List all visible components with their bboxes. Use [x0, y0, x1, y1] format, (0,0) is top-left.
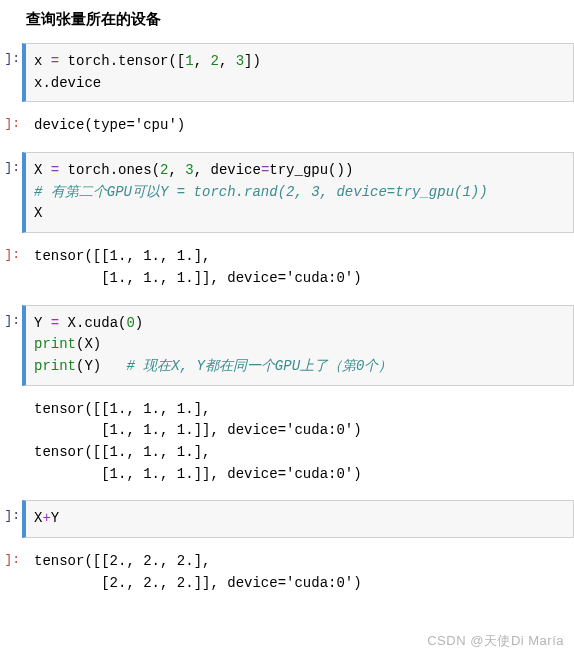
code-token: try_gpu()): [269, 162, 353, 178]
in-prompt: ]:: [0, 305, 22, 386]
code-token: , device: [194, 162, 261, 178]
code-token: 1: [185, 53, 193, 69]
input-cell-4: ]: X+Y: [0, 500, 574, 538]
code-token: print: [34, 336, 76, 352]
code-token: X: [34, 205, 42, 221]
code-token: X: [34, 162, 51, 178]
code-token: X.: [59, 315, 84, 331]
in-prompt: ]:: [0, 43, 22, 102]
code-input: X = torch.ones(2, 3, device=try_gpu()) #…: [22, 152, 574, 233]
code-comment: # 现在X, Y都在同一个GPU上了（第0个）: [126, 358, 392, 374]
code-token: x: [34, 53, 51, 69]
output-line: tensor([[2., 2., 2.],: [34, 553, 210, 569]
out-prompt: ]:: [0, 108, 22, 146]
output-line: tensor([[1., 1., 1.],: [34, 444, 210, 460]
in-prompt: ]:: [0, 500, 22, 538]
code-token: torch.: [59, 162, 118, 178]
code-token: ): [135, 315, 143, 331]
code-token: 0: [126, 315, 134, 331]
out-prompt: ]:: [0, 544, 22, 603]
code-token: 3: [185, 162, 193, 178]
code-token: tensor([: [118, 53, 185, 69]
in-prompt: ]:: [0, 152, 22, 233]
output-line: [1., 1., 1.]], device='cuda:0'): [34, 466, 362, 482]
out-prompt: ]:: [0, 239, 22, 298]
output-line: [2., 2., 2.]], device='cuda:0'): [34, 575, 362, 591]
code-input: x = torch.tensor([1, 2, 3]) x.device: [22, 43, 574, 102]
output-cell-1: ]: device(type='cpu'): [0, 108, 574, 146]
code-token: ones(: [118, 162, 160, 178]
code-token: (X): [76, 336, 101, 352]
input-cell-2: ]: X = torch.ones(2, 3, device=try_gpu()…: [0, 152, 574, 233]
output-line: tensor([[1., 1., 1.],: [34, 401, 210, 417]
code-token: cuda(: [84, 315, 126, 331]
code-token: ]): [244, 53, 261, 69]
output-cell-2: ]: tensor([[1., 1., 1.], [1., 1., 1.]], …: [0, 239, 574, 298]
code-token: Y: [51, 510, 59, 526]
code-token: =: [51, 53, 59, 69]
code-token: torch.: [59, 53, 118, 69]
code-token: ,: [168, 162, 185, 178]
out-prompt-blank: [0, 392, 22, 495]
code-token: 2: [210, 53, 218, 69]
output-cell-4: ]: tensor([[2., 2., 2.], [2., 2., 2.]], …: [0, 544, 574, 603]
input-cell-3: ]: Y = X.cuda(0) print(X) print(Y) # 现在X…: [0, 305, 574, 386]
code-token: 3: [236, 53, 244, 69]
watermark: CSDN @天使Di María: [427, 632, 564, 650]
code-token: x.device: [34, 75, 101, 91]
output-line: tensor([[1., 1., 1.],: [34, 248, 210, 264]
code-token: =: [51, 315, 59, 331]
code-output: device(type='cpu'): [26, 108, 574, 146]
output-line: [1., 1., 1.]], device='cuda:0'): [34, 270, 362, 286]
code-token: ,: [194, 53, 211, 69]
output-cell-3: tensor([[1., 1., 1.], [1., 1., 1.]], dev…: [0, 392, 574, 495]
output-line: [1., 1., 1.]], device='cuda:0'): [34, 422, 362, 438]
code-output: tensor([[1., 1., 1.], [1., 1., 1.]], dev…: [26, 239, 574, 298]
code-input: X+Y: [22, 500, 574, 538]
input-cell-1: ]: x = torch.tensor([1, 2, 3]) x.device: [0, 43, 574, 102]
code-output: tensor([[1., 1., 1.], [1., 1., 1.]], dev…: [26, 392, 574, 495]
code-token: Y: [34, 315, 51, 331]
code-token: ,: [219, 53, 236, 69]
code-token: +: [42, 510, 50, 526]
section-heading: 查询张量所在的设备: [0, 0, 574, 43]
code-token: print: [34, 358, 76, 374]
code-input: Y = X.cuda(0) print(X) print(Y) # 现在X, Y…: [22, 305, 574, 386]
code-comment: # 有第二个GPU可以Y = torch.rand(2, 3, device=t…: [34, 184, 488, 200]
code-token: (Y): [76, 358, 126, 374]
code-token: =: [51, 162, 59, 178]
code-output: tensor([[2., 2., 2.], [2., 2., 2.]], dev…: [26, 544, 574, 603]
